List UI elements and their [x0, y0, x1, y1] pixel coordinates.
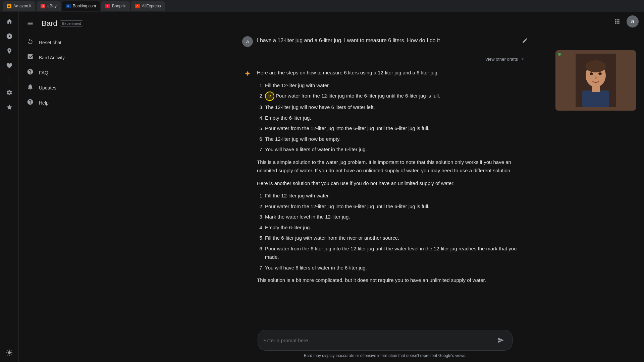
reset-chat-icon [27, 38, 34, 47]
tab-ebay[interactable]: e eBay [37, 1, 60, 11]
tab-amazon-label: Amazon.it [13, 4, 31, 8]
sidebar-header: Bard Experiment [19, 15, 126, 32]
bard-response: ✦ Here are the steps on how to measure 6… [242, 68, 528, 289]
icon-strip-top [3, 15, 16, 346]
response-step-2-7: You will have 6 liters of water in the 6… [265, 263, 528, 272]
video-overlay [555, 50, 636, 111]
updates-label: Updates [39, 85, 56, 90]
svg-point-7 [595, 76, 597, 79]
tab-bonprix-label: Bonprix [112, 4, 126, 8]
sun-icon[interactable] [3, 346, 16, 359]
heart-icon[interactable] [3, 59, 16, 72]
explore-icon[interactable] [3, 44, 16, 58]
browser-bar: A Amazon.it e eBay B Booking.com b Bonpr… [0, 0, 644, 12]
icon-strip-bottom [3, 346, 16, 359]
send-button[interactable] [495, 334, 507, 346]
settings-icon[interactable] [3, 86, 16, 99]
sidebar-item-faq[interactable]: FAQ [19, 65, 122, 80]
bard-logo: Bard Experiment [42, 19, 83, 28]
star-nav-icon[interactable] [3, 101, 16, 114]
bard-star-icon: ✦ [244, 69, 251, 78]
sidebar-item-updates[interactable]: Updates [19, 80, 122, 95]
drafts-label: View other drafts [485, 57, 518, 62]
sidebar-item-reset-chat[interactable]: Reset chat [19, 35, 122, 50]
svg-rect-3 [582, 90, 609, 107]
prompt-input[interactable] [263, 338, 492, 343]
response-step-2-2: Pour water from the 12-liter jug into th… [265, 202, 528, 211]
user-avatar: a [242, 36, 253, 47]
response-intro-2: Here is another solution that you can us… [257, 179, 528, 188]
bard-logo-text: Bard [42, 19, 57, 28]
aliexpress-favicon: A [135, 4, 140, 8]
response-intro: Here are the steps on how to measure 6 l… [257, 68, 528, 77]
help-icon [27, 99, 34, 107]
svg-point-2 [586, 60, 606, 72]
updates-icon [27, 83, 34, 92]
disclaimer-text: Bard may display inaccurate or offensive… [304, 353, 467, 358]
svg-point-5 [590, 72, 593, 75]
faq-label: FAQ [39, 70, 48, 75]
response-step-1-3: The 12-liter jug will now have 6 liters … [265, 103, 528, 112]
tab-booking-label: Booking.com [73, 4, 96, 8]
response-step-1-7: You will have 6 liters of water in the 6… [265, 145, 528, 154]
sidebar-item-bard-activity[interactable]: Bard Activity [19, 50, 122, 65]
svg-rect-4 [592, 85, 600, 92]
bonprix-favicon: b [105, 4, 110, 8]
bard-activity-label: Bard Activity [39, 55, 65, 60]
tab-aliexpress-label: AliExpress [142, 4, 161, 8]
tab-booking[interactable]: B Booking.com [62, 1, 100, 11]
drafts-bar: View other drafts [242, 55, 528, 63]
bard-response-icon: ✦ [242, 68, 253, 79]
edit-message-icon[interactable] [522, 38, 528, 45]
response-step-1-2: 2Pour water from the 12-liter jug into t… [265, 92, 528, 101]
response-step-2-5: Fill the 6-liter jug with water from the… [265, 234, 528, 242]
app-container: Bard Experiment Reset chat Bard Activity… [0, 12, 644, 362]
faq-icon [27, 68, 34, 77]
prompt-area: Bard may display inaccurate or offensive… [126, 326, 644, 362]
ebay-favicon: e [41, 4, 45, 8]
sidebar-item-help[interactable]: Help [19, 95, 122, 110]
browser-tabs: A Amazon.it e eBay B Booking.com b Bonpr… [3, 1, 165, 11]
tab-aliexpress[interactable]: A AliExpress [131, 1, 165, 11]
video-face [555, 50, 636, 111]
response-content: Here are the steps on how to measure 6 l… [257, 68, 528, 289]
response-steps-2: Fill the 12-liter jug with water. Pour w… [257, 191, 528, 272]
response-step-1-6: The 12-liter jug will now be empty. [265, 135, 528, 143]
response-step-2-4: Empty the 6-liter jug. [265, 223, 528, 232]
camera-active-dot [558, 53, 561, 56]
user-avatar-top[interactable]: a [627, 15, 639, 27]
response-steps-1: Fill the 12-liter jug with water. 2Pour … [257, 81, 528, 154]
view-other-drafts-button[interactable]: View other drafts [483, 55, 528, 63]
bard-activity-icon [27, 53, 34, 62]
tab-amazon[interactable]: A Amazon.it [3, 1, 35, 11]
prompt-input-container [258, 330, 513, 351]
response-step-1-4: Empty the 6-liter jug. [265, 114, 528, 122]
experiment-badge: Experiment [60, 20, 83, 26]
apps-icon[interactable] [610, 15, 624, 28]
home-icon[interactable] [3, 15, 16, 28]
tab-bonprix[interactable]: b Bonprix [101, 1, 130, 11]
svg-point-6 [598, 72, 602, 75]
help-label: Help [39, 100, 49, 106]
user-message-text: I have a 12-liter jug and a 6-liter jug.… [257, 36, 518, 44]
response-middle-text: This is a simple solution to the water j… [257, 158, 528, 175]
icon-strip [0, 12, 19, 362]
nav-sidebar: Bard Experiment Reset chat Bard Activity… [19, 12, 126, 362]
amazon-favicon: A [7, 4, 11, 8]
response-conclusion: This solution is a bit more complicated,… [257, 276, 528, 285]
chat-container: a I have a 12-liter jug and a 6-liter ju… [234, 36, 536, 297]
forward-icon[interactable] [3, 29, 16, 43]
response-step-2-6: Pour water from the 6-liter jug into the… [265, 244, 528, 261]
response-step-1-1: Fill the 12-liter jug with water. [265, 81, 528, 90]
reset-chat-label: Reset chat [39, 40, 61, 45]
booking-favicon: B [66, 4, 71, 8]
response-step-1-5: Pour water from the 12-liter jug into th… [265, 124, 528, 133]
response-step-2-1: Fill the 12-liter jug with water. [265, 191, 528, 200]
response-step-2-3: Mark the water level in the 12-liter jug… [265, 213, 528, 221]
top-bar: a [126, 12, 644, 31]
user-message: a I have a 12-liter jug and a 6-liter ju… [242, 36, 528, 47]
tab-ebay-label: eBay [47, 4, 56, 8]
hamburger-button[interactable] [24, 17, 36, 29]
